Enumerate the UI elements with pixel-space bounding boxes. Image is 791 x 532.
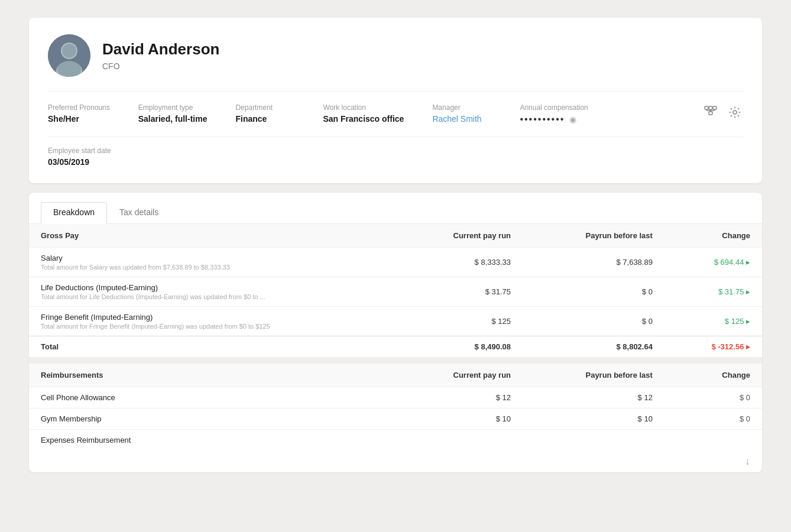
pronouns-value: She/Her: [48, 114, 110, 124]
profile-name: David Anderson: [102, 40, 219, 59]
gym-before: $ 10: [523, 408, 664, 430]
meta-compensation: Annual compensation •••••••••• ◉: [520, 103, 588, 125]
table-wrapper: Gross Pay Current pay run Payrun before …: [29, 224, 762, 472]
reimbursements-header: Reimbursements Current pay run Payrun be…: [29, 364, 762, 387]
row-salary-label: Salary: [41, 254, 384, 262]
arrow-down-icon: ↓: [745, 455, 750, 468]
table-row: Fringe Benefit (Imputed-Earning) Total a…: [29, 307, 762, 336]
settings-button[interactable]: [727, 104, 743, 121]
fringe-current: $ 125: [396, 307, 523, 336]
manager-label: Manager: [432, 103, 491, 112]
col-current-header: Current pay run: [396, 224, 523, 248]
main-container: David Anderson CFO Preferred Pronouns Sh…: [29, 18, 762, 472]
cell-phone-before: $ 12: [523, 387, 664, 408]
expenses-current: [396, 430, 523, 451]
fringe-change: $ 125 ▸: [725, 317, 750, 326]
svg-rect-6: [709, 106, 712, 109]
expenses-before: [523, 430, 664, 451]
table-row: Salary Total amount for Salary was updat…: [29, 248, 762, 277]
table-row: Life Deductions (Imputed-Earning) Total …: [29, 277, 762, 307]
table-row: Cell Phone Allowance $ 12 $ 12 $ 0: [29, 387, 762, 408]
total-label: Total: [29, 336, 396, 359]
work-location-value: San Francisco office: [323, 114, 404, 124]
profile-card: David Anderson CFO Preferred Pronouns Sh…: [29, 18, 762, 183]
row-salary-sub: Total amount for Salary was updated from…: [41, 264, 384, 271]
start-date-section: Employee start date 03/05/2019: [48, 137, 743, 167]
meta-actions: [702, 103, 743, 121]
total-current: $ 8,490.08: [396, 336, 523, 359]
table-row: Gym Membership $ 10 $ 10 $ 0: [29, 408, 762, 430]
gross-pay-total-row: Total $ 8,490.08 $ 8,802.64 $ -312.56 ▸: [29, 336, 762, 359]
gross-pay-header: Gross Pay Current pay run Payrun before …: [29, 224, 762, 248]
svg-point-13: [733, 111, 737, 114]
svg-rect-7: [713, 106, 717, 109]
tab-breakdown[interactable]: Breakdown: [41, 202, 107, 224]
col-change-header: Change: [664, 224, 762, 248]
org-chart-button[interactable]: [702, 103, 719, 121]
profile-name-block: David Anderson CFO: [102, 40, 219, 70]
svg-point-3: [62, 44, 76, 58]
svg-rect-8: [709, 112, 712, 115]
row-gym-label: Gym Membership: [41, 414, 384, 423]
work-location-label: Work location: [323, 103, 404, 112]
svg-rect-5: [705, 106, 708, 109]
row-life-deductions-label: Life Deductions (Imputed-Earning): [41, 283, 384, 292]
row-life-deductions-sub: Total amount for Life Deductions (Impute…: [41, 293, 384, 300]
tabs-row: Breakdown Tax details: [29, 193, 762, 224]
tab-tax-details[interactable]: Tax details: [107, 202, 171, 224]
meta-start-date: Employee start date 03/05/2019: [48, 147, 743, 167]
scroll-down-indicator: ↓: [29, 450, 762, 472]
col-reimbursements-change: Change: [664, 364, 762, 387]
salary-before: $ 7,638.89: [523, 248, 664, 277]
cell-phone-current: $ 12: [396, 387, 523, 408]
section-divider: [29, 359, 762, 364]
compensation-label: Annual compensation: [520, 103, 588, 112]
meta-employment-type: Employment type Salaried, full-time: [138, 103, 208, 124]
life-deductions-current: $ 31.75: [396, 277, 523, 307]
cell-phone-change: $ 0: [740, 393, 750, 402]
row-fringe-sub: Total amount for Fringe Benefit (Imputed…: [41, 323, 384, 330]
col-reimbursements-label: Reimbursements: [29, 364, 396, 387]
pay-table: Gross Pay Current pay run Payrun before …: [29, 224, 762, 450]
department-label: Department: [235, 103, 294, 112]
row-fringe-label: Fringe Benefit (Imputed-Earning): [41, 313, 384, 322]
col-gross-pay-label: Gross Pay: [29, 224, 396, 248]
employment-type-value: Salaried, full-time: [138, 114, 208, 124]
compensation-value-group: •••••••••• ◉: [520, 114, 588, 125]
col-reimbursements-current: Current pay run: [396, 364, 523, 387]
profile-meta: Preferred Pronouns She/Her Employment ty…: [48, 91, 743, 125]
fringe-before: $ 0: [523, 307, 664, 336]
gym-current: $ 10: [396, 408, 523, 430]
department-value: Finance: [235, 114, 294, 124]
meta-work-location: Work location San Francisco office: [323, 103, 404, 124]
start-date-value: 03/05/2019: [48, 157, 743, 167]
profile-header: David Anderson CFO: [48, 34, 743, 77]
gym-change: $ 0: [740, 414, 750, 423]
col-before-header: Payrun before last: [523, 224, 664, 248]
salary-change: $ 694.44 ▸: [714, 258, 750, 267]
meta-department: Department Finance: [235, 103, 294, 124]
life-deductions-change: $ 31.75 ▸: [718, 287, 750, 296]
life-deductions-before: $ 0: [523, 277, 664, 307]
meta-manager: Manager Rachel Smith: [432, 103, 491, 124]
profile-job-title: CFO: [102, 61, 219, 71]
pronouns-label: Preferred Pronouns: [48, 103, 110, 112]
avatar: [48, 34, 90, 77]
col-reimbursements-before: Payrun before last: [523, 364, 664, 387]
eye-icon[interactable]: ◉: [569, 115, 576, 124]
total-before: $ 8,802.64: [523, 336, 664, 359]
row-cell-phone-label: Cell Phone Allowance: [41, 393, 384, 402]
table-row: Expenses Reimbursement: [29, 430, 762, 451]
salary-current: $ 8,333.33: [396, 248, 523, 277]
start-date-label: Employee start date: [48, 147, 743, 155]
employment-type-label: Employment type: [138, 103, 208, 112]
content-card: Breakdown Tax details Gross Pay Current …: [29, 193, 762, 472]
meta-pronouns: Preferred Pronouns She/Her: [48, 103, 110, 124]
total-change: $ -312.56 ▸: [711, 342, 750, 351]
manager-link[interactable]: Rachel Smith: [432, 114, 491, 124]
row-expenses-label: Expenses Reimbursement: [41, 436, 384, 445]
compensation-dots: ••••••••••: [520, 114, 565, 125]
